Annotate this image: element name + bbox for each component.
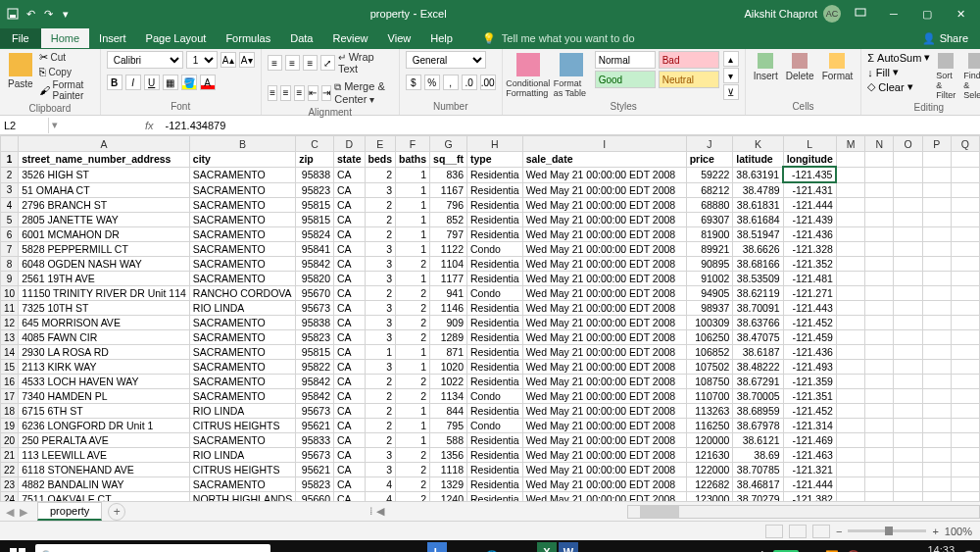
cell[interactable]: 2	[396, 316, 430, 330]
sheet-nav-prev-icon[interactable]: ◀	[6, 506, 18, 518]
avatar[interactable]: AC	[823, 5, 841, 23]
cell[interactable]: SACRAMENTO	[189, 330, 295, 345]
tab-view[interactable]: View	[378, 28, 421, 48]
cell[interactable]: 3	[365, 272, 396, 286]
merge-center-button[interactable]: ⧉ Merge & Center ▾	[334, 80, 392, 105]
format-cells-button[interactable]: Format	[820, 51, 856, 83]
cell[interactable]: CA	[334, 242, 366, 257]
col-header[interactable]: I	[522, 136, 686, 152]
sheet-tab-property[interactable]: property	[37, 502, 102, 521]
cell[interactable]: 6001 MCMAHON DR	[19, 227, 190, 242]
header-cell[interactable]: latitude	[733, 152, 783, 168]
cell[interactable]: 38.63191	[733, 167, 783, 182]
cell[interactable]: Wed May 21 00:00:00 EDT 2008	[522, 492, 686, 502]
align-left-icon[interactable]: ≡	[268, 85, 278, 101]
cell[interactable]: 1240	[430, 492, 467, 502]
cell[interactable]: Residentia	[467, 477, 523, 492]
cell[interactable]: -121.452	[783, 316, 836, 330]
cell[interactable]: Wed May 21 00:00:00 EDT 2008	[522, 198, 686, 213]
cell[interactable]: 95842	[296, 257, 334, 272]
cell[interactable]: 7325 10TH ST	[19, 301, 190, 316]
cell[interactable]: RIO LINDA	[189, 404, 295, 419]
cell[interactable]: 3	[365, 463, 396, 477]
cell[interactable]: 2	[396, 463, 430, 477]
cell[interactable]: 2	[365, 375, 396, 389]
word-icon[interactable]: W	[559, 542, 578, 552]
cell[interactable]: 95842	[296, 389, 334, 404]
cell[interactable]: 2805 JANETTE WAY	[19, 213, 190, 227]
cell[interactable]: Residentia	[467, 463, 523, 477]
row-header[interactable]: 13	[1, 330, 19, 345]
cell[interactable]: Residentia	[467, 330, 523, 345]
cell[interactable]: NORTH HIGHLANDS	[189, 492, 295, 502]
cell[interactable]: 250 PERALTA AVE	[19, 433, 190, 448]
indent-inc-icon[interactable]: ⇥	[321, 85, 332, 101]
cell[interactable]: 7340 HAMDEN PL	[19, 389, 190, 404]
cell[interactable]: 3	[365, 360, 396, 375]
cell[interactable]: 1118	[430, 463, 467, 477]
fill-button[interactable]: ↓ Fill ▾	[867, 66, 930, 78]
cell[interactable]: 2	[365, 433, 396, 448]
fx-icon[interactable]: fx	[139, 120, 160, 131]
cell[interactable]: 91002	[686, 272, 733, 286]
cell[interactable]: 6715 6TH ST	[19, 404, 190, 419]
cell[interactable]: 909	[430, 316, 467, 330]
font-name-select[interactable]: Calibri	[107, 51, 183, 69]
cell[interactable]: 6118 STONEHAND AVE	[19, 463, 190, 477]
row-header[interactable]: 12	[1, 316, 19, 330]
cell[interactable]: CA	[334, 198, 366, 213]
cell[interactable]: -121.443	[783, 301, 836, 316]
cell[interactable]: 3526 HIGH ST	[19, 167, 190, 182]
align-top-icon[interactable]: ≡	[268, 55, 282, 71]
cell[interactable]: 1	[396, 242, 430, 257]
cell[interactable]: 1020	[430, 360, 467, 375]
row-header[interactable]: 5	[1, 213, 19, 227]
col-header[interactable]: J	[686, 136, 733, 152]
zoom-level[interactable]: 100%	[945, 526, 972, 537]
cell[interactable]: 38.70279	[733, 492, 783, 502]
cell[interactable]: 1146	[430, 301, 467, 316]
cell[interactable]: CA	[334, 227, 366, 242]
undo-icon[interactable]: ↶	[24, 7, 37, 21]
cell[interactable]: CA	[334, 213, 366, 227]
underline-button[interactable]: U	[144, 75, 160, 90]
file-tab[interactable]: File	[0, 28, 41, 48]
clear-button[interactable]: ◇ Clear ▾	[867, 80, 930, 93]
cell[interactable]: 2	[396, 301, 430, 316]
cell[interactable]: Residentia	[467, 492, 523, 502]
align-center-icon[interactable]: ≡	[280, 85, 291, 101]
col-header[interactable]: O	[894, 136, 922, 152]
header-cell[interactable]: street_name_number_address	[19, 152, 190, 168]
row-header[interactable]: 3	[1, 182, 19, 198]
cell[interactable]: 1	[396, 433, 430, 448]
style-neutral[interactable]: Neutral	[659, 71, 719, 88]
cell[interactable]: 1329	[430, 477, 467, 492]
cell[interactable]: 4085 FAWN CIR	[19, 330, 190, 345]
cell[interactable]: 1177	[430, 272, 467, 286]
cell[interactable]: 38.62119	[733, 286, 783, 301]
col-header[interactable]: H	[467, 136, 523, 152]
cell[interactable]: -121.481	[783, 272, 836, 286]
cell[interactable]: CITRUS HEIGHTS	[189, 463, 295, 477]
cell[interactable]: 2	[396, 257, 430, 272]
cell[interactable]: RIO LINDA	[189, 301, 295, 316]
style-normal[interactable]: Normal	[595, 51, 656, 69]
cell[interactable]: 4	[365, 492, 396, 502]
bold-button[interactable]: B	[107, 75, 122, 90]
col-header[interactable]: E	[365, 136, 396, 152]
cell[interactable]: 113 LEEWILL AVE	[19, 448, 190, 463]
italic-button[interactable]: I	[125, 75, 141, 90]
header-cell[interactable]: longitude	[783, 152, 836, 168]
cell[interactable]: 59222	[686, 167, 733, 182]
cell[interactable]: Condo	[467, 242, 523, 257]
cell[interactable]: Residentia	[467, 182, 523, 198]
cell[interactable]: SACRAMENTO	[189, 360, 295, 375]
cell[interactable]: Wed May 21 00:00:00 EDT 2008	[522, 257, 686, 272]
cell[interactable]: 116250	[686, 419, 733, 433]
insert-cells-button[interactable]: Insert	[752, 51, 780, 83]
decrease-font-icon[interactable]: A▾	[239, 52, 255, 68]
excel-taskbar-icon[interactable]: X	[537, 542, 557, 552]
cell[interactable]: 2	[396, 477, 430, 492]
cell[interactable]: 81900	[686, 227, 733, 242]
cell[interactable]: SACRAMENTO	[189, 198, 295, 213]
